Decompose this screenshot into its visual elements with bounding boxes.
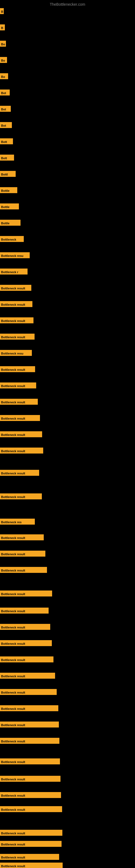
bar-item-46: Bottleneck result (0, 776, 60, 782)
bar-label-14: Bottle (0, 220, 20, 226)
bar-item-23: Bottleneck result (0, 366, 35, 372)
bar-label-11: Bottl (0, 171, 16, 177)
bar-label-48: Bottleneck result (0, 806, 62, 812)
bar-item-1: B (0, 8, 4, 14)
bar-item-21: Bottleneck result (0, 334, 35, 340)
bar-item-37: Bottleneck result (0, 624, 50, 630)
bar-item-51: Bottleneck result (0, 854, 59, 860)
bar-label-9: Bott (0, 138, 13, 144)
bar-item-3: Bo (0, 41, 6, 46)
bar-label-52: Bottleneck result (0, 863, 63, 868)
bar-item-36: Bottleneck result (0, 608, 49, 614)
bar-item-20: Bottleneck result (0, 317, 34, 323)
bar-item-10: Bott (0, 155, 14, 161)
bar-label-28: Bottleneck result (0, 447, 43, 454)
bar-label-1: B (0, 8, 4, 14)
bar-label-20: Bottleneck result (0, 317, 34, 323)
bar-label-45: Bottleneck result (0, 758, 60, 764)
bar-item-12: Bottle (0, 187, 17, 193)
bar-label-19: Bottleneck result (0, 301, 32, 307)
bar-item-40: Bottleneck result (0, 673, 55, 679)
bar-item-38: Bottleneck result (0, 640, 52, 646)
bar-item-41: Bottleneck result (0, 689, 57, 695)
bar-item-13: Bottle (0, 204, 19, 209)
site-title: TheBottlenecker.com (0, 0, 135, 9)
bar-item-35: Bottleneck result (0, 590, 52, 596)
bar-label-23: Bottleneck result (0, 366, 35, 372)
bar-item-18: Bottleneck result (0, 285, 31, 291)
bar-label-5: Bo (0, 73, 8, 79)
bar-item-49: Bottleneck result (0, 830, 62, 836)
bar-label-51: Bottleneck result (0, 854, 59, 860)
bar-label-32: Bottleneck result (0, 534, 44, 540)
bar-item-45: Bottleneck result (0, 758, 60, 764)
bar-item-32: Bottleneck result (0, 534, 44, 540)
bar-label-13: Bottle (0, 204, 19, 209)
bar-item-47: Bottleneck result (0, 792, 61, 798)
bar-item-4: Bo (0, 57, 7, 63)
bar-label-47: Bottleneck result (0, 792, 61, 798)
bar-item-26: Bottleneck result (0, 415, 40, 421)
bar-label-10: Bott (0, 155, 14, 161)
bar-item-42: Bottleneck result (0, 705, 58, 711)
bar-item-2: B (0, 24, 5, 30)
bar-label-44: Bottleneck result (0, 738, 59, 744)
bar-label-27: Bottleneck result (0, 431, 42, 437)
bar-item-30: Bottleneck result (0, 493, 42, 499)
bar-label-7: Bot (0, 106, 11, 112)
bar-label-42: Bottleneck result (0, 705, 58, 711)
bar-item-25: Bottleneck result (0, 399, 38, 405)
bar-label-22: Bottleneck resu (0, 350, 32, 356)
bar-label-8: Bot (0, 122, 12, 128)
bar-label-37: Bottleneck result (0, 624, 50, 630)
bar-label-40: Bottleneck result (0, 673, 55, 679)
bar-label-39: Bottleneck result (0, 656, 53, 662)
bar-label-38: Bottleneck result (0, 640, 52, 646)
bar-label-46: Bottleneck result (0, 776, 60, 782)
bar-item-22: Bottleneck resu (0, 350, 32, 356)
bar-item-8: Bot (0, 122, 12, 128)
bar-item-14: Bottle (0, 220, 20, 226)
bar-item-52: Bottleneck result (0, 863, 63, 868)
bar-label-2: B (0, 24, 5, 30)
bar-label-3: Bo (0, 41, 6, 46)
bar-item-33: Bottleneck result (0, 551, 45, 557)
bar-label-34: Bottleneck result (0, 567, 47, 573)
bar-label-31: Bottleneck res (0, 519, 35, 525)
bar-item-9: Bott (0, 138, 13, 144)
bar-item-7: Bot (0, 106, 11, 112)
bar-label-30: Bottleneck result (0, 493, 42, 499)
bar-label-17: Bottleneck r (0, 269, 28, 275)
bar-label-36: Bottleneck result (0, 608, 49, 614)
bar-item-24: Bottleneck result (0, 382, 36, 389)
bar-label-29: Bottleneck result (0, 470, 39, 476)
bar-item-6: Bot (0, 90, 10, 95)
bar-item-29: Bottleneck result (0, 470, 39, 476)
bar-item-31: Bottleneck res (0, 519, 35, 525)
bar-item-48: Bottleneck result (0, 806, 62, 812)
bar-label-49: Bottleneck result (0, 830, 62, 836)
bar-item-27: Bottleneck result (0, 431, 42, 437)
bar-label-26: Bottleneck result (0, 415, 40, 421)
bar-label-12: Bottle (0, 187, 17, 193)
bar-item-11: Bottl (0, 171, 16, 177)
bar-label-24: Bottleneck result (0, 382, 36, 389)
bar-item-5: Bo (0, 73, 8, 79)
bar-label-21: Bottleneck result (0, 334, 35, 340)
bar-item-17: Bottleneck r (0, 269, 28, 275)
bar-label-18: Bottleneck result (0, 285, 31, 291)
bar-label-16: Bottleneck resu (0, 252, 30, 258)
bar-label-35: Bottleneck result (0, 590, 52, 596)
bar-label-6: Bot (0, 90, 10, 95)
bar-label-50: Bottleneck result (0, 841, 61, 847)
bar-item-43: Bottleneck result (0, 721, 59, 727)
bar-item-16: Bottleneck resu (0, 252, 30, 258)
bar-label-33: Bottleneck result (0, 551, 45, 557)
bar-item-28: Bottleneck result (0, 447, 43, 454)
bar-label-15: Bottleneck (0, 236, 24, 242)
bar-item-44: Bottleneck result (0, 738, 59, 744)
bar-label-4: Bo (0, 57, 7, 63)
bar-label-43: Bottleneck result (0, 721, 59, 727)
bar-item-19: Bottleneck result (0, 301, 32, 307)
bar-item-50: Bottleneck result (0, 841, 61, 847)
